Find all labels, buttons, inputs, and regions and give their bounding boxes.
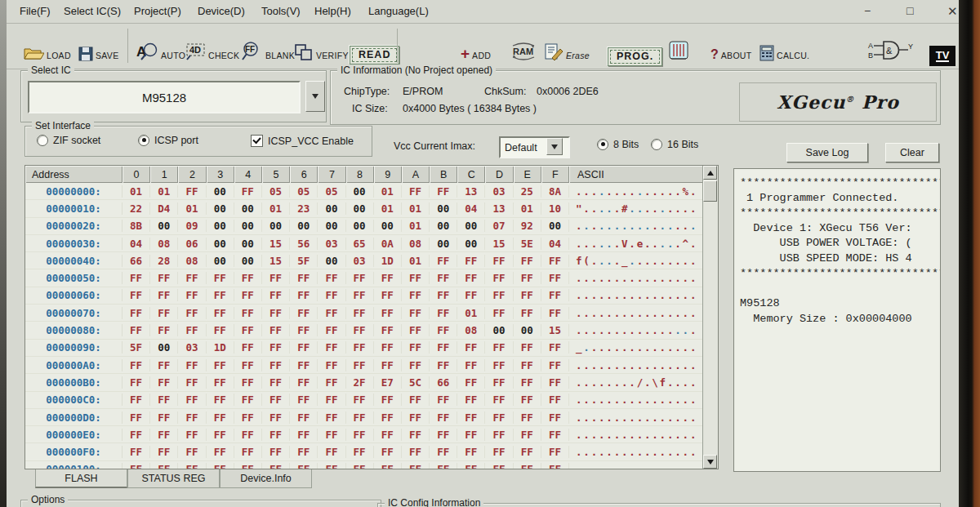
hex-byte-cell[interactable]: FF [541, 463, 569, 469]
hex-byte-cell[interactable]: FF [178, 394, 206, 406]
hex-byte-cell[interactable]: FF [290, 307, 318, 319]
hex-byte-cell[interactable]: 04 [122, 238, 150, 250]
load-button[interactable]: LOAD [23, 32, 71, 61]
clear-log-button[interactable]: Clear [885, 143, 939, 162]
check-button[interactable]: 4D CHECK [185, 32, 239, 61]
hex-byte-cell[interactable]: 01 [262, 202, 290, 215]
hex-byte-cell[interactable]: FF [402, 185, 430, 198]
hex-byte-cell[interactable]: FF [402, 324, 430, 336]
hex-byte-cell[interactable]: 07 [485, 220, 513, 232]
hex-byte-cell[interactable]: FF [485, 446, 513, 458]
hex-byte-cell[interactable]: FF [318, 359, 345, 371]
hex-byte-cell[interactable]: FF [150, 411, 178, 424]
scrollbar-thumb[interactable] [703, 180, 717, 202]
hex-byte-cell[interactable]: FF [374, 446, 402, 458]
hex-byte-cell[interactable]: FF [150, 272, 178, 284]
hex-byte-cell[interactable]: FF [150, 359, 178, 371]
hex-byte-cell[interactable]: FF [541, 359, 569, 371]
hex-byte-cell[interactable]: FF [234, 359, 262, 371]
hex-byte-cell[interactable]: FF [346, 463, 374, 469]
hex-byte-cell[interactable]: FF [178, 429, 206, 441]
hex-byte-cell[interactable]: 23 [290, 202, 318, 215]
hex-scrollbar[interactable] [702, 166, 718, 469]
hex-byte-cell[interactable]: FF [485, 394, 513, 406]
hex-byte-cell[interactable]: FF [541, 341, 569, 354]
hex-byte-cell[interactable]: FF [485, 289, 513, 301]
hex-byte-cell[interactable]: FF [430, 394, 457, 406]
hex-byte-cell[interactable]: FF [402, 463, 430, 469]
hex-byte-cell[interactable]: 00 [150, 220, 178, 232]
hex-byte-cell[interactable]: 2F [346, 376, 374, 389]
hex-byte-cell[interactable]: FF [207, 376, 234, 389]
hex-byte-cell[interactable]: 00 [234, 220, 262, 232]
hex-byte-cell[interactable]: FF [207, 411, 234, 424]
hex-byte-cell[interactable]: FF [485, 376, 513, 389]
verify-button[interactable]: VERIFY [294, 32, 349, 61]
hex-byte-cell[interactable]: 66 [430, 376, 457, 389]
hex-byte-cell[interactable]: 03 [178, 341, 206, 354]
hex-byte-cell[interactable]: FF [485, 307, 513, 319]
16-bits-radio[interactable]: 16 Bits [651, 139, 698, 150]
hex-byte-cell[interactable]: 00 [150, 341, 178, 354]
hex-byte-cell[interactable]: FF [346, 359, 374, 371]
hex-byte-cell[interactable]: FF [262, 324, 290, 336]
hex-byte-cell[interactable]: 01 [150, 185, 178, 198]
hex-byte-cell[interactable]: FF [318, 411, 345, 424]
hex-byte-cell[interactable]: 04 [541, 238, 569, 250]
tab-device-info[interactable]: Device.Info [220, 469, 312, 488]
hex-byte-cell[interactable]: FF [122, 289, 150, 301]
hex-byte-cell[interactable]: 00 [430, 220, 457, 232]
maximize-icon[interactable]: □ [906, 4, 913, 17]
hex-byte-cell[interactable]: 01 [178, 202, 206, 215]
hex-byte-cell[interactable]: 00 [318, 220, 345, 232]
hex-byte-cell[interactable]: FF [485, 463, 513, 469]
hex-byte-cell[interactable]: FF [262, 394, 290, 406]
hex-byte-cell[interactable]: 65 [346, 238, 374, 250]
hex-byte-cell[interactable]: FF [207, 272, 234, 284]
hex-byte-cell[interactable]: FF [541, 307, 569, 319]
hex-ascii-cell[interactable]: ................ [569, 220, 703, 232]
icsp-port-radio[interactable]: ICSP port [138, 135, 198, 146]
hex-ascii-cell[interactable]: ......V.e.....^. [569, 238, 703, 250]
hex-byte-cell[interactable]: E7 [374, 376, 402, 389]
hex-byte-cell[interactable]: FF [178, 463, 206, 469]
hex-byte-cell[interactable]: 00 [485, 324, 513, 336]
hex-byte-cell[interactable]: FF [150, 307, 178, 319]
hex-byte-cell[interactable]: FF [262, 446, 290, 458]
hex-byte-cell[interactable]: 8B [122, 220, 150, 232]
hex-ascii-cell[interactable]: ......../.\f.... [569, 376, 703, 389]
save-button[interactable]: SAVE [78, 32, 118, 61]
hex-byte-cell[interactable]: FF [485, 359, 513, 371]
hex-byte-cell[interactable]: 00 [234, 202, 262, 215]
hex-byte-cell[interactable]: 25 [514, 185, 541, 198]
hex-byte-cell[interactable]: FF [150, 463, 178, 469]
hex-byte-cell[interactable]: 15 [262, 255, 290, 267]
hex-byte-cell[interactable]: 00 [514, 324, 541, 336]
hex-byte-cell[interactable]: 05 [318, 185, 345, 198]
hex-byte-cell[interactable]: D4 [150, 202, 178, 215]
hex-byte-cell[interactable]: FF [122, 272, 150, 284]
hex-byte-cell[interactable]: FF [346, 272, 374, 284]
hex-byte-cell[interactable]: FF [150, 376, 178, 389]
hex-byte-cell[interactable]: 0A [374, 238, 402, 250]
hex-byte-cell[interactable]: 00 [430, 238, 457, 250]
hex-byte-cell[interactable]: FF [262, 376, 290, 389]
icsp-vcc-checkbox[interactable]: ICSP_VCC Enable [251, 135, 354, 147]
hex-byte-cell[interactable]: FF [346, 411, 374, 424]
scroll-up-button[interactable] [703, 166, 717, 180]
hex-byte-cell[interactable]: FF [430, 289, 457, 301]
hex-byte-cell[interactable]: FF [430, 272, 457, 284]
hex-byte-cell[interactable]: FF [234, 376, 262, 389]
hex-byte-cell[interactable]: FF [262, 429, 290, 441]
hex-byte-cell[interactable]: FF [374, 272, 402, 284]
hex-byte-cell[interactable]: FF [402, 394, 430, 406]
hex-byte-cell[interactable]: FF [346, 341, 374, 354]
hex-byte-cell[interactable]: FF [262, 411, 290, 424]
hex-byte-cell[interactable]: 56 [290, 238, 318, 250]
hex-byte-cell[interactable]: FF [262, 289, 290, 301]
hex-byte-cell[interactable]: FF [290, 289, 318, 301]
hex-byte-cell[interactable]: 00 [346, 185, 374, 198]
hex-byte-cell[interactable]: 00 [346, 220, 374, 232]
hex-ascii-cell[interactable]: ..............%. [569, 185, 703, 198]
hex-byte-cell[interactable]: 00 [318, 255, 345, 267]
